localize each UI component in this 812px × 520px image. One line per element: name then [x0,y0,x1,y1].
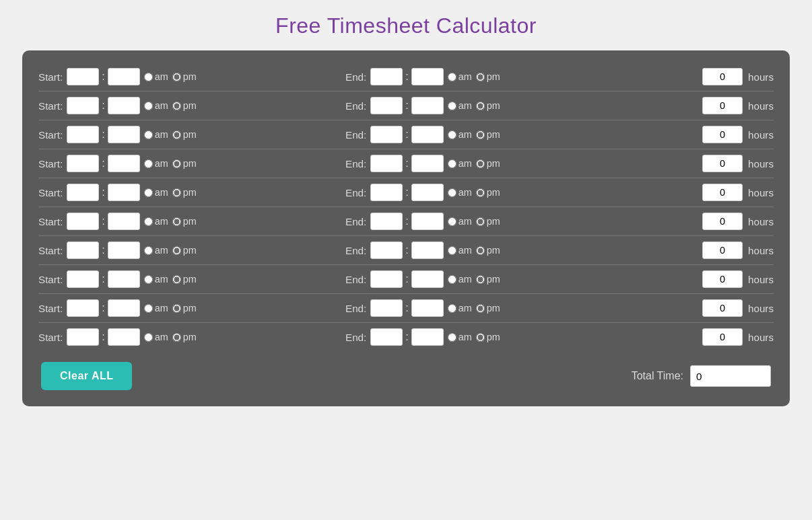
start-hour-6[interactable] [67,213,99,230]
end-hour-2[interactable] [370,97,403,114]
start-am-label-4[interactable]: am [144,158,168,169]
end-pm-label-9[interactable]: pm [476,303,500,313]
end-pm-radio-10[interactable] [476,333,485,342]
start-min-6[interactable] [108,213,140,230]
hours-input-10[interactable] [702,328,743,346]
hours-input-2[interactable] [702,97,743,114]
start-am-radio-8[interactable] [144,275,153,284]
end-min-5[interactable] [411,184,444,201]
start-min-9[interactable] [108,299,140,317]
end-am-radio-7[interactable] [448,246,456,255]
end-am-radio-6[interactable] [448,217,456,226]
start-am-radio-6[interactable] [144,217,153,226]
end-pm-radio-9[interactable] [476,304,485,313]
start-pm-radio-10[interactable] [172,333,181,342]
start-am-radio-4[interactable] [144,159,153,168]
end-am-label-1[interactable]: am [448,71,472,82]
end-am-radio-4[interactable] [448,159,456,168]
start-hour-2[interactable] [67,97,99,114]
end-hour-10[interactable] [370,328,403,346]
start-pm-label-2[interactable]: pm [172,100,197,111]
start-am-radio-5[interactable] [144,188,153,197]
start-am-radio-3[interactable] [144,131,153,139]
start-hour-9[interactable] [67,299,99,317]
start-am-radio-1[interactable] [144,73,153,81]
end-am-label-6[interactable]: am [448,216,472,227]
start-pm-label-10[interactable]: pm [172,332,197,342]
end-am-radio-8[interactable] [448,275,456,284]
end-hour-5[interactable] [370,184,403,201]
hours-input-9[interactable] [702,299,743,317]
end-am-label-5[interactable]: am [448,187,472,198]
start-pm-label-5[interactable]: pm [172,187,197,198]
start-pm-radio-4[interactable] [172,159,181,168]
start-am-label-1[interactable]: am [144,71,168,82]
start-min-7[interactable] [108,242,140,259]
end-pm-label-4[interactable]: pm [476,158,500,169]
end-am-label-8[interactable]: am [448,274,472,285]
start-am-label-6[interactable]: am [144,216,168,227]
start-pm-label-1[interactable]: pm [172,71,197,82]
start-hour-5[interactable] [67,184,99,201]
end-pm-label-10[interactable]: pm [476,332,500,342]
start-am-radio-7[interactable] [144,246,153,255]
hours-input-3[interactable] [702,126,743,143]
start-am-label-7[interactable]: am [144,245,168,256]
start-am-label-5[interactable]: am [144,187,168,198]
end-am-label-9[interactable]: am [448,303,472,313]
end-hour-8[interactable] [370,270,403,288]
end-min-1[interactable] [411,68,444,85]
hours-input-4[interactable] [702,155,743,172]
end-am-radio-1[interactable] [448,73,456,81]
end-hour-4[interactable] [370,155,403,172]
end-min-7[interactable] [411,242,444,259]
end-hour-6[interactable] [370,213,403,230]
start-am-label-8[interactable]: am [144,274,168,285]
start-pm-radio-9[interactable] [172,304,181,313]
end-am-label-2[interactable]: am [448,100,472,111]
hours-input-7[interactable] [702,242,743,259]
start-hour-7[interactable] [67,242,99,259]
end-hour-1[interactable] [370,68,403,85]
start-min-3[interactable] [108,126,140,143]
end-am-radio-5[interactable] [448,188,456,197]
total-time-input[interactable] [690,365,771,387]
end-pm-label-2[interactable]: pm [476,100,500,111]
start-pm-label-3[interactable]: pm [172,129,197,140]
end-min-2[interactable] [411,97,444,114]
start-pm-radio-3[interactable] [172,131,181,139]
start-pm-radio-1[interactable] [172,73,181,81]
start-hour-1[interactable] [67,68,99,85]
end-pm-label-8[interactable]: pm [476,274,500,285]
end-hour-3[interactable] [370,126,403,143]
end-pm-label-7[interactable]: pm [476,245,500,256]
start-pm-label-4[interactable]: pm [172,158,197,169]
end-am-radio-9[interactable] [448,304,456,313]
end-pm-radio-3[interactable] [476,131,485,139]
end-am-radio-3[interactable] [448,131,456,139]
end-min-9[interactable] [411,299,444,317]
end-min-6[interactable] [411,213,444,230]
hours-input-6[interactable] [702,213,743,230]
hours-input-1[interactable] [702,68,743,85]
end-am-radio-10[interactable] [448,333,456,342]
end-min-3[interactable] [411,126,444,143]
end-min-10[interactable] [411,328,444,346]
start-pm-label-8[interactable]: pm [172,274,197,285]
end-am-label-7[interactable]: am [448,245,472,256]
start-min-8[interactable] [108,270,140,288]
end-pm-radio-5[interactable] [476,188,485,197]
end-pm-radio-8[interactable] [476,275,485,284]
start-min-1[interactable] [108,68,140,85]
start-am-label-3[interactable]: am [144,129,168,140]
end-pm-radio-4[interactable] [476,159,485,168]
start-am-label-9[interactable]: am [144,303,168,313]
start-pm-label-9[interactable]: pm [172,303,197,313]
start-hour-8[interactable] [67,270,99,288]
end-pm-radio-6[interactable] [476,217,485,226]
start-pm-label-7[interactable]: pm [172,245,197,256]
end-min-8[interactable] [411,270,444,288]
start-pm-radio-6[interactable] [172,217,181,226]
end-am-label-4[interactable]: am [448,158,472,169]
end-pm-radio-2[interactable] [476,102,485,110]
